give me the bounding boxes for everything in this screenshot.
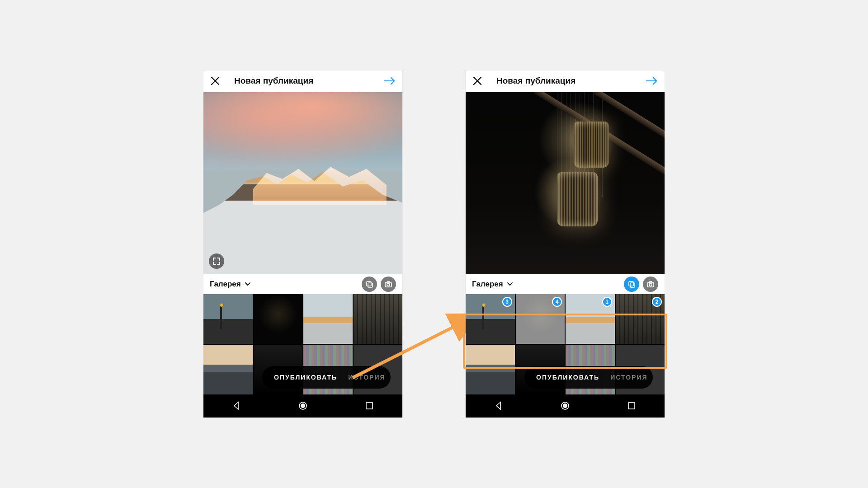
android-nav-bar [203, 394, 402, 418]
next-arrow-icon[interactable] [383, 76, 396, 86]
camera-button[interactable] [381, 277, 396, 292]
mode-tab-bar: ОПУБЛИКОВАТЬ ИСТОРИЯ RE [262, 366, 391, 389]
tab-story[interactable]: ИСТОРИЯ [610, 374, 647, 381]
chevron-down-icon[interactable] [507, 282, 513, 286]
chevron-down-icon[interactable] [245, 282, 251, 286]
nav-back-icon[interactable] [494, 401, 504, 411]
order-badge: 4 [552, 297, 562, 307]
multi-select-button[interactable] [362, 277, 377, 292]
gallery-thumb[interactable] [303, 294, 353, 344]
gallery-thumb[interactable]: 2 [616, 294, 665, 344]
svg-rect-7 [366, 403, 373, 409]
preview-scene-mountain [203, 92, 402, 274]
expand-crop-button[interactable] [209, 253, 224, 269]
gallery-thumb[interactable] [466, 345, 515, 394]
svg-rect-14 [628, 403, 635, 409]
gallery-thumb[interactable] [203, 345, 253, 394]
multi-select-icon [365, 280, 373, 288]
multi-select-icon [627, 280, 636, 288]
multi-select-button[interactable] [624, 277, 639, 292]
gallery-thumb[interactable]: 4 [516, 294, 565, 344]
source-bar: Галерея [466, 274, 665, 294]
android-nav-bar [466, 394, 665, 418]
svg-rect-0 [367, 282, 371, 286]
svg-rect-1 [368, 283, 373, 287]
gallery-thumb[interactable]: 3 [466, 294, 515, 344]
phone-left: Новая публикация Галерея ОПУБЛИКОВАТЬ ИС… [203, 70, 402, 418]
header: Новая публикация [466, 70, 665, 92]
header: Новая публикация [203, 70, 402, 92]
svg-point-13 [563, 404, 567, 408]
preview-image[interactable] [466, 92, 665, 274]
gallery-thumb[interactable] [354, 294, 403, 344]
camera-icon [384, 280, 392, 288]
tab-publish[interactable]: ОПУБЛИКОВАТЬ [536, 374, 599, 381]
nav-back-icon[interactable] [231, 401, 241, 411]
close-icon[interactable] [472, 75, 483, 86]
page-title: Новая публикация [234, 76, 313, 86]
svg-point-3 [387, 283, 390, 286]
preview-image[interactable] [203, 92, 402, 274]
gallery-picker[interactable]: Галерея [472, 280, 503, 289]
order-badge: 1 [602, 297, 612, 307]
order-badge: 2 [652, 297, 662, 307]
tab-publish[interactable]: ОПУБЛИКОВАТЬ [274, 374, 337, 381]
close-icon[interactable] [210, 75, 221, 86]
nav-recent-icon[interactable] [364, 401, 374, 411]
gallery-thumb[interactable]: 1 [566, 294, 615, 344]
order-badge: 3 [502, 297, 512, 307]
next-arrow-icon[interactable] [646, 76, 658, 86]
svg-point-6 [301, 404, 305, 408]
svg-point-11 [649, 283, 652, 286]
nav-home-icon[interactable] [298, 401, 308, 411]
nav-home-icon[interactable] [560, 401, 570, 411]
gallery-thumb[interactable] [254, 294, 303, 344]
page-title: Новая публикация [496, 76, 576, 86]
camera-icon [646, 280, 655, 288]
tab-story[interactable]: ИСТОРИЯ [348, 374, 385, 381]
mode-tab-bar: ОПУБЛИКОВАТЬ ИСТОРИЯ RE [524, 366, 653, 389]
expand-icon [213, 258, 220, 265]
camera-button[interactable] [643, 277, 658, 292]
svg-rect-8 [629, 282, 633, 286]
svg-rect-9 [630, 283, 635, 287]
phone-right: Новая публикация Галерея 3 4 1 2 ОПУБЛИК… [466, 70, 665, 418]
gallery-picker[interactable]: Галерея [210, 280, 241, 289]
nav-recent-icon[interactable] [627, 401, 637, 411]
gallery-thumb[interactable] [203, 294, 253, 344]
source-bar: Галерея [203, 274, 402, 294]
preview-scene-lamps [466, 92, 665, 274]
